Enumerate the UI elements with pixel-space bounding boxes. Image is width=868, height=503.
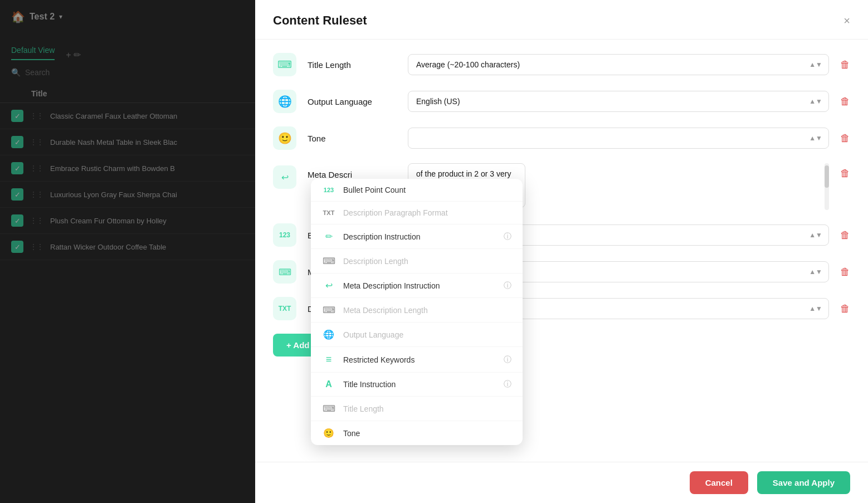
return-icon: ↩ bbox=[281, 172, 289, 183]
rule-icon-tone: 🙂 bbox=[273, 126, 296, 150]
smile-dropdown-icon: 🙂 bbox=[322, 428, 335, 438]
dropdown-item-description-instruction[interactable]: ✏ Description Instruction ⓘ bbox=[311, 224, 523, 249]
dropdown-label-output-language: Output Language bbox=[343, 330, 511, 339]
rule-icon-bullet-point-count: 123 bbox=[273, 223, 296, 247]
rule-icon-title-length: ⌨ bbox=[273, 53, 296, 76]
rule-label-meta-description: Meta Descri bbox=[308, 170, 397, 179]
dropdown-item-restricted-keywords[interactable]: ≡ Restricted Keywords ⓘ bbox=[311, 347, 523, 373]
modal-footer: Cancel Save and Apply bbox=[255, 462, 868, 503]
dropdown-item-title-length[interactable]: ⌨ Title Length bbox=[311, 397, 523, 421]
info-icon-title-instruction[interactable]: ⓘ bbox=[504, 379, 511, 389]
numbers-icon: 123 bbox=[279, 231, 290, 239]
delete-rule-tone-button[interactable]: 🗑 bbox=[840, 133, 850, 144]
globe-dropdown-icon: 🌐 bbox=[322, 329, 335, 340]
dropdown-label-tone: Tone bbox=[343, 429, 511, 438]
dropdown-item-meta-desc-instruction[interactable]: ↩ Meta Description Instruction ⓘ bbox=[311, 274, 523, 298]
return-dropdown-icon: ↩ bbox=[322, 280, 335, 291]
bullet-count-dropdown-icon: 123 bbox=[322, 187, 335, 193]
dropdown-item-output-language[interactable]: 🌐 Output Language bbox=[311, 323, 523, 347]
dropdown-item-bullet-point-count[interactable]: 123 Bullet Point Count bbox=[311, 179, 523, 202]
add-rule-dropdown: 123 Bullet Point Count TXT Description P… bbox=[311, 179, 523, 445]
rule-title-length: ⌨ Title Length Average (~20-100 characte… bbox=[273, 53, 850, 76]
modal-close-button[interactable]: × bbox=[843, 14, 850, 27]
rule-icon-description-format: TXT bbox=[273, 297, 296, 320]
delete-rule-meta-description-button[interactable]: 🗑 bbox=[840, 168, 850, 179]
delete-rule-bullet-point-button[interactable]: 🗑 bbox=[840, 229, 850, 241]
cancel-button[interactable]: Cancel bbox=[690, 471, 748, 494]
keyboard-icon: ⌨ bbox=[277, 58, 292, 71]
title-length-select[interactable]: Average (~20-100 characters) bbox=[408, 54, 829, 75]
keyboard-dropdown-icon: ⌨ bbox=[322, 256, 335, 266]
rule-select-wrap-title-length: Average (~20-100 characters) ▲▼ bbox=[408, 54, 829, 75]
rule-label-tone: Tone bbox=[308, 134, 397, 143]
restricted-dropdown-icon: ≡ bbox=[322, 354, 335, 365]
info-icon-desc-instruction[interactable]: ⓘ bbox=[504, 232, 511, 242]
rule-output-language: 🌐 Output Language English (US) ▲▼ 🗑 bbox=[273, 90, 850, 113]
keyboard-icon-2: ⌨ bbox=[279, 267, 291, 277]
dropdown-label-title-instruction: Title Instruction bbox=[343, 380, 496, 389]
dropdown-item-meta-desc-length[interactable]: ⌨ Meta Description Length bbox=[311, 298, 523, 323]
delete-rule-meta-desc-length-button[interactable]: 🗑 bbox=[840, 266, 850, 278]
textarea-scrollbar bbox=[825, 163, 829, 210]
dropdown-item-tone[interactable]: 🙂 Tone bbox=[311, 421, 523, 445]
dropdown-item-desc-paragraph-format[interactable]: TXT Description Paragraph Format bbox=[311, 202, 523, 224]
dropdown-item-title-instruction[interactable]: A Title Instruction ⓘ bbox=[311, 373, 523, 397]
globe-icon: 🌐 bbox=[278, 95, 292, 108]
dropdown-label-title-length: Title Length bbox=[343, 404, 511, 413]
dropdown-label-description-instruction: Description Instruction bbox=[343, 232, 496, 241]
rule-label-title-length: Title Length bbox=[308, 60, 397, 70]
dropdown-label-description-length: Description Length bbox=[343, 257, 511, 266]
title-instruction-dropdown-icon: A bbox=[322, 379, 335, 389]
modal-title: Content Ruleset bbox=[273, 13, 367, 28]
dropdown-label-meta-desc-length: Meta Description Length bbox=[343, 306, 511, 315]
rule-tone: 🙂 Tone ▲▼ 🗑 bbox=[273, 126, 850, 150]
keyboard-dropdown-icon-2: ⌨ bbox=[322, 305, 335, 315]
smile-icon: 🙂 bbox=[278, 131, 292, 145]
txt-dropdown-icon: TXT bbox=[322, 209, 335, 216]
keyboard-dropdown-icon-3: ⌨ bbox=[322, 403, 335, 414]
dropdown-label-bullet-point-count: Bullet Point Count bbox=[343, 185, 511, 194]
info-icon-meta-desc-instruction[interactable]: ⓘ bbox=[504, 281, 511, 291]
rule-icon-output-language: 🌐 bbox=[273, 90, 296, 113]
rule-select-wrap-output-language: English (US) ▲▼ bbox=[408, 91, 829, 112]
output-language-select[interactable]: English (US) bbox=[408, 91, 829, 112]
modal-body: ⌨ Title Length Average (~20-100 characte… bbox=[255, 40, 868, 462]
dropdown-label-desc-paragraph-format: Description Paragraph Format bbox=[343, 208, 511, 217]
delete-rule-output-language-button[interactable]: 🗑 bbox=[840, 96, 850, 108]
delete-rule-title-length-button[interactable]: 🗑 bbox=[840, 59, 850, 71]
content-ruleset-modal: Content Ruleset × ⌨ Title Length Average… bbox=[255, 0, 868, 503]
delete-rule-description-format-button[interactable]: 🗑 bbox=[840, 303, 850, 315]
dropdown-item-description-length[interactable]: ⌨ Description Length bbox=[311, 249, 523, 274]
rule-icon-meta-desc-length: ⌨ bbox=[273, 260, 296, 284]
rule-select-wrap-tone: ▲▼ bbox=[408, 128, 829, 149]
dropdown-label-meta-desc-instruction: Meta Description Instruction bbox=[343, 281, 496, 290]
tone-select[interactable] bbox=[408, 128, 829, 149]
modal-header: Content Ruleset × bbox=[255, 0, 868, 40]
pencil-dropdown-icon: ✏ bbox=[322, 231, 335, 242]
info-icon-restricted-keywords[interactable]: ⓘ bbox=[504, 355, 511, 365]
rule-icon-meta-description: ↩ bbox=[273, 165, 296, 189]
dropdown-label-restricted-keywords: Restricted Keywords bbox=[343, 355, 496, 364]
txt-icon: TXT bbox=[279, 305, 291, 312]
rule-label-output-language: Output Language bbox=[308, 97, 397, 106]
save-and-apply-button[interactable]: Save and Apply bbox=[757, 471, 850, 494]
